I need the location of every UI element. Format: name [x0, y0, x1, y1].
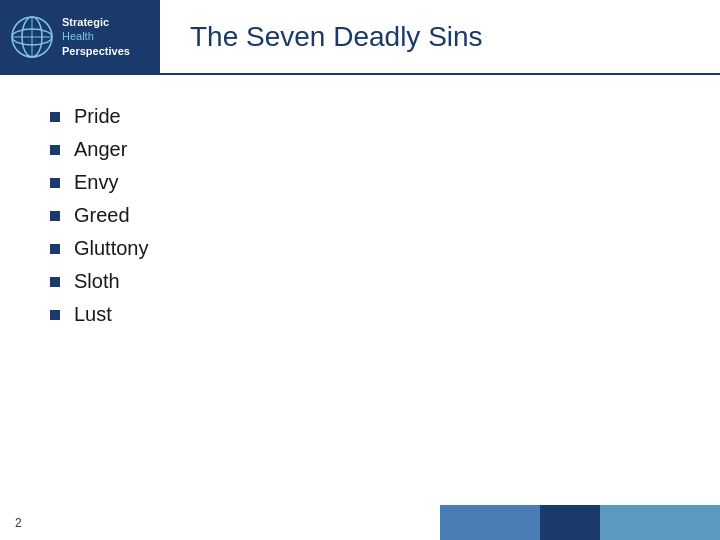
page-number: 2	[0, 516, 50, 530]
list-item-text: Anger	[74, 138, 127, 161]
list-item-text: Lust	[74, 303, 112, 326]
list-item-text: Sloth	[74, 270, 120, 293]
content-area: PrideAngerEnvyGreedGluttonySlothLust	[0, 75, 720, 366]
list-item-text: Greed	[74, 204, 130, 227]
bullet-square-icon	[50, 178, 60, 188]
list-item: Lust	[50, 303, 670, 326]
title-area: The Seven Deadly Sins	[160, 21, 720, 53]
bullet-square-icon	[50, 244, 60, 254]
list-item: Gluttony	[50, 237, 670, 260]
globe-icon	[8, 13, 56, 61]
logo-line2: Health	[62, 29, 130, 43]
logo-line3: Perspectives	[62, 44, 130, 58]
footer-seg1	[440, 505, 540, 540]
slide-title: The Seven Deadly Sins	[190, 21, 720, 53]
logo-area: Strategic Health Perspectives	[0, 0, 160, 74]
bullet-square-icon	[50, 310, 60, 320]
footer-bar	[440, 505, 720, 540]
bullet-square-icon	[50, 211, 60, 221]
logo-line1: Strategic	[62, 15, 130, 29]
list-item-text: Gluttony	[74, 237, 148, 260]
list-item-text: Pride	[74, 105, 121, 128]
list-item: Anger	[50, 138, 670, 161]
slide-header: Strategic Health Perspectives The Seven …	[0, 0, 720, 75]
list-item-text: Envy	[74, 171, 118, 194]
list-item: Pride	[50, 105, 670, 128]
bullet-square-icon	[50, 277, 60, 287]
list-item: Greed	[50, 204, 670, 227]
list-item: Sloth	[50, 270, 670, 293]
footer-seg2	[540, 505, 600, 540]
bullet-list: PrideAngerEnvyGreedGluttonySlothLust	[50, 105, 670, 326]
bullet-square-icon	[50, 112, 60, 122]
footer-seg3	[600, 505, 720, 540]
logo-text: Strategic Health Perspectives	[62, 15, 130, 58]
bullet-square-icon	[50, 145, 60, 155]
footer: 2	[0, 505, 720, 540]
list-item: Envy	[50, 171, 670, 194]
